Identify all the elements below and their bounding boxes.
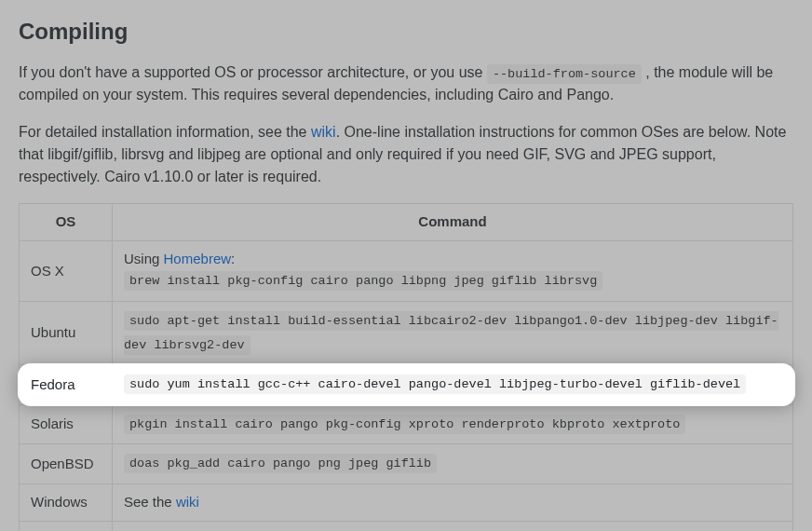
table-row: Ubuntu sudo apt-get install build-essent… <box>20 301 793 364</box>
command-cell: See the wiki <box>113 484 793 522</box>
text: Using <box>124 251 164 266</box>
intro-paragraph-1: If you don't have a supported OS or proc… <box>19 61 793 106</box>
command-cell: pkgin install cairo pango pkg-config xpr… <box>113 404 793 444</box>
os-cell: OS X <box>20 240 113 301</box>
os-cell: OpenBSD <box>20 444 113 484</box>
table-row: Windows See the wiki <box>20 484 793 522</box>
install-command-code: sudo apt-get install build-essential lib… <box>124 311 778 355</box>
intro-paragraph-2: For detailed installation information, s… <box>19 121 793 188</box>
install-command-code: sudo yum install gcc-c++ cairo-devel pan… <box>124 374 746 394</box>
table-row: OS X Using Homebrew: brew install pkg-co… <box>20 240 793 301</box>
homebrew-link[interactable]: Homebrew <box>164 251 232 266</box>
table-header-row: OS Command <box>20 204 793 241</box>
doc-content: Compiling If you don't have a supported … <box>0 0 812 531</box>
section-heading: Compiling <box>19 15 793 48</box>
col-os: OS <box>20 204 113 241</box>
os-cell: Ubuntu <box>20 301 113 364</box>
table-row: Others See the wiki <box>20 521 793 531</box>
install-command-code: doas pkg_add cairo pango png jpeg giflib <box>124 454 437 473</box>
install-command-code: brew install pkg-config cairo pango libp… <box>124 271 602 291</box>
command-cell: doas pkg_add cairo pango png jpeg giflib <box>113 444 793 484</box>
os-cell: Windows <box>20 484 113 522</box>
col-command: Command <box>113 204 793 241</box>
os-cell: Fedora <box>20 365 113 405</box>
text: If you don't have a supported OS or proc… <box>19 64 487 80</box>
table-row: Solaris pkgin install cairo pango pkg-co… <box>20 404 793 444</box>
wiki-link[interactable]: wiki <box>176 494 199 510</box>
os-cell: Others <box>20 521 113 531</box>
command-cell: See the wiki <box>113 521 793 531</box>
command-cell: Using Homebrew: brew install pkg-config … <box>113 240 793 301</box>
text: See the <box>124 494 176 510</box>
install-table: OS Command OS X Using Homebrew: brew ins… <box>19 203 793 531</box>
text: : <box>231 251 235 266</box>
os-cell: Solaris <box>20 404 113 444</box>
build-flag-code: --build-from-source <box>487 64 642 84</box>
install-command-code: pkgin install cairo pango pkg-config xpr… <box>124 415 685 434</box>
command-cell: sudo apt-get install build-essential lib… <box>113 301 793 364</box>
wiki-link[interactable]: wiki <box>311 124 336 140</box>
table-row-highlighted: Fedora sudo yum install gcc-c++ cairo-de… <box>20 365 793 405</box>
table-row: OpenBSD doas pkg_add cairo pango png jpe… <box>20 444 793 484</box>
text: For detailed installation information, s… <box>19 124 311 140</box>
command-cell: sudo yum install gcc-c++ cairo-devel pan… <box>113 365 793 405</box>
